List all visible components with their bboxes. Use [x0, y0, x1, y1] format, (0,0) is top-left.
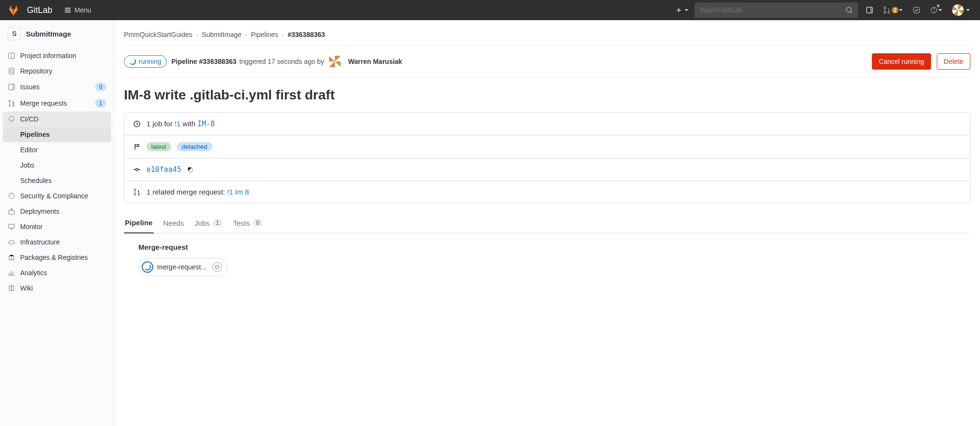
rocket-icon: [8, 115, 15, 123]
sidebar-item-project-info[interactable]: Project information: [3, 48, 111, 63]
cancel-job-button[interactable]: [212, 262, 222, 272]
commit-icon: [133, 166, 141, 173]
svg-point-14: [13, 105, 14, 107]
shield-icon: [8, 192, 15, 200]
breadcrumbs: PmmQuickStartGuides › SubmitImage › Pipe…: [124, 28, 970, 46]
chart-icon: [8, 269, 15, 277]
sidebar-item-wiki[interactable]: Wiki: [3, 280, 111, 296]
sidebar-item-deployments[interactable]: Deployments: [3, 204, 111, 219]
pipeline-id: Pipeline #336388363: [172, 58, 236, 65]
stage-name: Merge-request: [138, 243, 956, 251]
svg-point-22: [135, 194, 136, 195]
sidebar-item-merge-requests[interactable]: Merge requests 1: [3, 95, 111, 111]
sidebar-item-issues[interactable]: Issues 0: [3, 79, 111, 95]
job-pill[interactable]: merge-request...: [138, 258, 227, 276]
cancel-icon: [215, 265, 220, 269]
project-header[interactable]: S SubmitImage: [0, 20, 114, 47]
breadcrumb-current: #336388363: [288, 31, 325, 38]
pipeline-header: running Pipeline #336388363 triggered 17…: [124, 46, 970, 78]
svg-rect-10: [9, 68, 14, 74]
sidebar-item-packages[interactable]: Packages & Registries: [3, 250, 111, 265]
running-icon: [142, 261, 153, 273]
related-mr-link[interactable]: !1 Im 8: [227, 188, 249, 196]
search-input[interactable]: [699, 6, 845, 14]
sidebar: S SubmitImage Project information Reposi…: [0, 20, 114, 426]
svg-rect-11: [9, 84, 14, 90]
pipeline-graph: Merge-request merge-request...: [124, 233, 970, 286]
hamburger-icon: [64, 6, 72, 14]
issues-icon[interactable]: [864, 4, 875, 16]
sidebar-item-analytics[interactable]: Analytics: [3, 265, 111, 280]
job-name: merge-request...: [157, 263, 207, 271]
merge-icon: [8, 99, 15, 107]
svg-point-2: [884, 7, 886, 9]
spinner-icon: [129, 58, 136, 65]
package-icon: [8, 254, 15, 261]
breadcrumb-item[interactable]: PmmQuickStartGuides: [124, 31, 192, 38]
new-dropdown[interactable]: [675, 7, 689, 13]
triggerer-name[interactable]: Warren Marusiak: [348, 58, 402, 65]
tab-needs[interactable]: Needs: [162, 213, 185, 233]
svg-point-4: [888, 12, 890, 13]
breadcrumb-item[interactable]: Pipelines: [251, 31, 278, 38]
sidebar-sub-schedules[interactable]: Schedules: [3, 173, 111, 188]
sidebar-sub-jobs[interactable]: Jobs: [3, 158, 111, 173]
cancel-running-button[interactable]: Cancel running: [872, 53, 931, 70]
sidebar-item-repository[interactable]: Repository: [3, 63, 111, 79]
merge-requests-icon[interactable]: 2: [881, 4, 905, 16]
detached-badge: detached: [177, 142, 212, 151]
main-content: PmmQuickStartGuides › SubmitImage › Pipe…: [114, 20, 980, 426]
triggerer-avatar[interactable]: [329, 56, 341, 67]
tabs: Pipeline Needs Jobs1 Tests0: [124, 213, 970, 233]
branch-link[interactable]: IM-8: [197, 120, 215, 128]
latest-badge: latest: [147, 142, 171, 151]
top-navbar: GitLab Menu 2: [0, 0, 980, 20]
search-box[interactable]: [695, 2, 858, 18]
related-mr-row: 1 related merge request: !1 Im 8: [124, 181, 970, 203]
copy-icon[interactable]: [187, 166, 194, 173]
svg-point-21: [135, 189, 136, 190]
clock-icon: [133, 120, 141, 128]
badges-row: latest detached: [124, 135, 970, 158]
commit-sha-link[interactable]: e10faa45: [147, 165, 181, 174]
sidebar-item-security[interactable]: Security & Compliance: [3, 188, 111, 204]
svg-point-12: [9, 100, 11, 102]
tab-jobs[interactable]: Jobs1: [194, 213, 223, 233]
sidebar-sub-editor[interactable]: Editor: [3, 142, 111, 158]
book-icon: [8, 284, 15, 292]
user-avatar: [952, 4, 964, 16]
user-menu[interactable]: [950, 2, 972, 18]
tab-pipeline[interactable]: Pipeline: [124, 213, 154, 233]
svg-point-0: [846, 7, 851, 12]
info-icon: [8, 52, 15, 60]
chevron-down-icon: [898, 8, 903, 12]
sidebar-item-monitor[interactable]: Monitor: [3, 219, 111, 234]
project-name: SubmitImage: [26, 30, 71, 38]
status-badge[interactable]: running: [124, 55, 167, 68]
sidebar-item-cicd[interactable]: CI/CD: [3, 111, 111, 127]
svg-point-13: [9, 105, 11, 107]
monitor-icon: [8, 223, 15, 231]
svg-rect-15: [9, 210, 14, 214]
svg-point-9: [11, 54, 12, 55]
breadcrumb-item[interactable]: SubmitImage: [202, 31, 241, 38]
sidebar-sub-pipelines[interactable]: Pipelines: [3, 127, 111, 142]
brand-text[interactable]: GitLab: [27, 5, 52, 15]
help-icon[interactable]: [928, 4, 944, 16]
repo-icon: [8, 67, 15, 75]
svg-point-3: [884, 12, 886, 13]
svg-point-19: [136, 169, 138, 171]
chevron-down-icon: [684, 8, 689, 12]
svg-point-23: [138, 194, 140, 195]
delete-button[interactable]: Delete: [937, 53, 970, 70]
menu-button[interactable]: Menu: [60, 4, 95, 16]
tab-tests[interactable]: Tests0: [232, 213, 264, 233]
sidebar-item-infrastructure[interactable]: Infrastructure: [3, 234, 111, 250]
commit-row: e10faa45: [124, 158, 970, 181]
svg-rect-1: [867, 7, 872, 13]
gitlab-logo-icon[interactable]: [8, 4, 19, 16]
todos-icon[interactable]: [911, 4, 922, 16]
project-avatar: S: [8, 27, 21, 40]
mr-link[interactable]: !1: [174, 120, 181, 128]
cloud-icon: [8, 238, 15, 246]
